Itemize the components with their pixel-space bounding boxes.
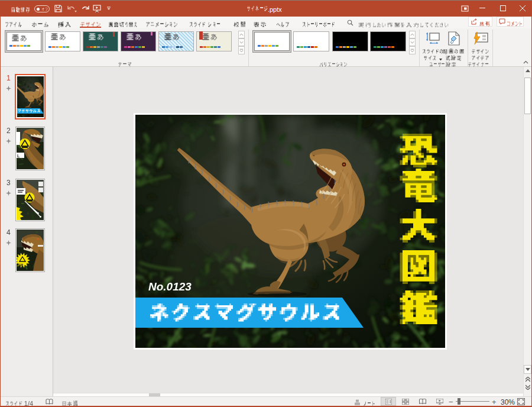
svg-text:L: L: [17, 154, 20, 158]
svg-text:No.0123: No.0123: [148, 280, 192, 293]
svg-text:ER: ER: [18, 263, 24, 267]
